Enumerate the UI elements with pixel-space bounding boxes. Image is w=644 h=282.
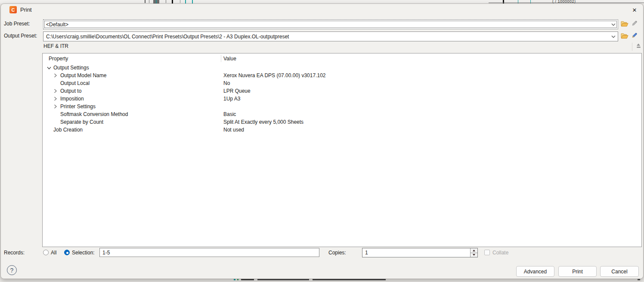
property-name: Output Model Name — [60, 72, 106, 78]
screen: ( / 1000002) C Print ✕ Job Preset: <Defa… — [0, 0, 644, 282]
output-preset-combobox[interactable]: C:\Users\craig.smillie\Documents\OL Conn… — [43, 31, 618, 41]
spinner-buttons — [470, 248, 477, 257]
bg-artifact — [156, 0, 157, 3]
bg-artifact — [180, 0, 180, 3]
bg-artifact — [185, 0, 186, 3]
background-app-top-strip: ( / 1000002) — [0, 0, 644, 3]
property-value: Basic — [223, 111, 236, 117]
bg-artifact — [149, 0, 149, 3]
bg-artifact — [172, 0, 173, 3]
column-header-value: Value — [223, 56, 236, 62]
tree-rows: Output Settings Output Model Name Xerox … — [43, 64, 641, 134]
help-icon[interactable]: ? — [7, 265, 17, 275]
spin-down-icon[interactable] — [471, 253, 477, 257]
output-settings-table: Property Value Output Settings Output Mo… — [42, 53, 642, 247]
property-value: No — [223, 80, 230, 86]
records-all-label[interactable]: All — [51, 250, 56, 256]
background-record-navigator: ( / 1000002) — [552, 0, 576, 3]
job-preset-edit-pencil-icon[interactable] — [631, 19, 638, 27]
property-value: Split At Exactly every 5,000 Sheets — [223, 119, 303, 125]
divider — [632, 43, 632, 51]
job-preset-value: <Default> — [43, 22, 609, 28]
output-preset-edit-pencil-icon[interactable] — [631, 31, 638, 39]
records-label: Records: — [4, 250, 25, 256]
output-preset-value: C:\Users\craig.smillie\Documents\OL Conn… — [43, 34, 609, 40]
property-name: Imposition — [60, 96, 84, 102]
table-header: Property Value — [43, 53, 641, 64]
property-name: Output to — [60, 88, 81, 94]
tree-row[interactable]: Output Local No — [43, 79, 641, 87]
property-name: Output Settings — [53, 65, 89, 71]
property-name: Separate by Count — [60, 119, 103, 125]
print-button[interactable]: Print — [558, 266, 597, 277]
property-value: LPR Queue — [223, 88, 251, 94]
property-value: Not used — [223, 127, 244, 133]
dialog-title: Print — [20, 6, 32, 13]
copies-label: Copies: — [328, 250, 346, 256]
output-preset-label: Output Preset: — [4, 33, 37, 39]
tree-row[interactable]: Output to LPR Queue — [43, 87, 641, 95]
records-selection-radio[interactable] — [64, 250, 70, 255]
tree-chevron-icon[interactable] — [54, 96, 60, 102]
tree-row[interactable]: Printer Settings — [43, 103, 641, 110]
job-preset-combobox[interactable]: <Default> — [43, 19, 618, 29]
property-name: Job Creation — [53, 127, 83, 133]
property-name: Softmask Conversion Method — [60, 111, 128, 117]
collapse-section-icon[interactable] — [635, 44, 641, 50]
property-value: Xerox Nuvera EA DPS (07.00.00) v3017.102 — [223, 72, 325, 78]
tree-chevron-icon[interactable] — [54, 119, 60, 125]
tree-chevron-icon[interactable] — [54, 72, 60, 78]
copies-value: 1 — [362, 248, 470, 257]
chevron-down-icon[interactable] — [609, 35, 618, 38]
advanced-button[interactable]: Advanced — [516, 266, 554, 277]
bg-artifact — [145, 0, 146, 3]
tree-chevron-icon[interactable] — [47, 127, 53, 133]
property-value: 1Up A3 — [223, 96, 240, 102]
bg-artifact — [166, 0, 166, 3]
tree-chevron-icon[interactable] — [47, 65, 53, 71]
column-header-property: Property — [49, 56, 68, 62]
records-selection-label[interactable]: Selection: — [72, 250, 95, 256]
column-divider — [221, 55, 221, 62]
tree-chevron-icon[interactable] — [54, 80, 60, 86]
tree-row[interactable]: Softmask Conversion Method Basic — [43, 110, 641, 118]
ol-connect-logo-icon: C — [9, 6, 17, 13]
job-preset-browse-folder-icon[interactable] — [621, 20, 629, 28]
property-name: Printer Settings — [60, 103, 96, 110]
print-dialog: C Print ✕ Job Preset: <Default> — [0, 3, 644, 279]
tree-row[interactable]: Output Settings — [43, 64, 641, 72]
records-all-radio[interactable] — [43, 250, 49, 255]
tree-chevron-icon[interactable] — [54, 111, 60, 117]
records-selection-input[interactable]: 1-5 — [99, 248, 319, 257]
output-preset-browse-folder-icon[interactable] — [621, 32, 629, 40]
tree-row[interactable]: Separate by Count Split At Exactly every… — [43, 118, 641, 126]
property-name: Output Local — [60, 80, 90, 86]
copies-stepper[interactable]: 1 — [362, 248, 478, 257]
collate-checkbox[interactable] — [484, 250, 490, 255]
tree-chevron-icon[interactable] — [54, 103, 60, 110]
close-icon[interactable]: ✕ — [630, 5, 639, 15]
tree-chevron-icon[interactable] — [54, 88, 60, 94]
preset-section-title: HEF & ITR — [43, 43, 68, 49]
cancel-button[interactable]: Cancel — [600, 266, 639, 277]
collate-label: Collate — [492, 250, 508, 256]
chevron-down-icon[interactable] — [609, 23, 618, 26]
bg-artifact — [192, 0, 193, 3]
tree-row[interactable]: Imposition 1Up A3 — [43, 95, 641, 103]
job-preset-label: Job Preset: — [4, 21, 30, 27]
tree-row[interactable]: Output Model Name Xerox Nuvera EA DPS (0… — [43, 72, 641, 79]
spin-up-icon[interactable] — [471, 248, 477, 253]
records-selection-value: 1-5 — [100, 250, 110, 256]
tree-row[interactable]: Job Creation Not used — [43, 126, 641, 134]
